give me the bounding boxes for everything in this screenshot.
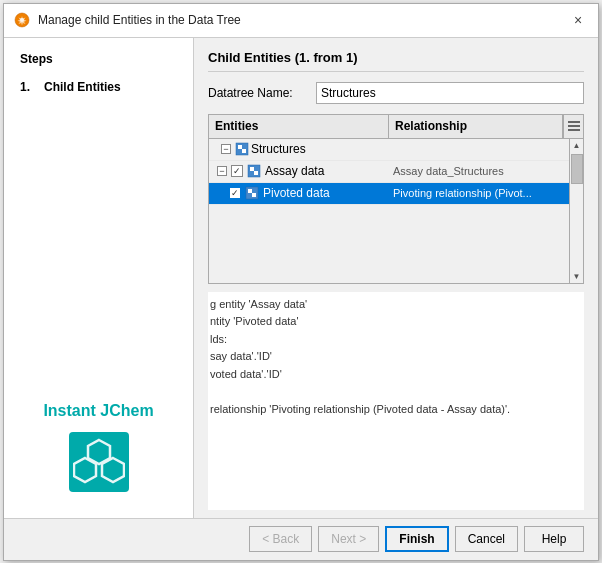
- cancel-button[interactable]: Cancel: [455, 526, 518, 552]
- svg-rect-6: [568, 125, 580, 127]
- checkbox-icon[interactable]: ✓: [231, 165, 243, 177]
- entity-name: Assay data: [265, 164, 324, 178]
- table-scrollbar[interactable]: ▲ ▼: [569, 139, 583, 283]
- sidebar-item-child-entities[interactable]: 1. Child Entities: [4, 74, 193, 100]
- datatree-input[interactable]: [316, 82, 584, 104]
- hexagon-logo-icon: [73, 436, 125, 488]
- rel-cell: Pivoting relationship (Pivot...: [389, 184, 583, 202]
- dialog-body: Steps 1. Child Entities Instant JChem: [4, 38, 598, 518]
- svg-marker-3: [74, 458, 96, 482]
- back-button[interactable]: < Back: [249, 526, 312, 552]
- svg-rect-9: [238, 145, 242, 149]
- structure-icon: [235, 142, 249, 156]
- sidebar: Steps 1. Child Entities Instant JChem: [4, 38, 194, 518]
- info-line: ntity 'Pivoted data': [210, 313, 582, 331]
- steps-title: Steps: [4, 48, 193, 74]
- checkbox-wrap: ✓: [231, 165, 243, 177]
- entity-cell: − ✓ Assay data: [209, 162, 389, 180]
- svg-rect-16: [252, 193, 256, 197]
- info-line: voted data'.'ID': [210, 366, 582, 384]
- info-line: g entity 'Assay data': [210, 296, 582, 314]
- table-row[interactable]: − ✓ Assay data Assay data_Structures: [209, 161, 583, 183]
- dialog-icon: [14, 12, 30, 28]
- section-title: Child Entities (1. from 1): [208, 50, 584, 72]
- rel-text: Pivoting relationship (Pivot...: [393, 187, 532, 199]
- next-button[interactable]: Next >: [318, 526, 379, 552]
- svg-rect-10: [242, 149, 246, 153]
- expand-icon[interactable]: −: [217, 166, 227, 176]
- svg-rect-13: [254, 171, 258, 175]
- info-line: say data'.'ID': [210, 348, 582, 366]
- entity-cell: − Structures: [209, 140, 389, 158]
- entity-icon: [245, 186, 259, 200]
- svg-rect-15: [248, 189, 252, 193]
- scroll-down-icon[interactable]: ▼: [571, 270, 583, 283]
- rel-cell: Assay data_Structures: [389, 162, 583, 180]
- brand-text: Instant JChem: [43, 402, 153, 420]
- info-box: g entity 'Assay data' ntity 'Pivoted dat…: [208, 292, 584, 510]
- table-body: − Structures −: [209, 139, 583, 283]
- svg-rect-12: [250, 167, 254, 171]
- footer: < Back Next > Finish Cancel Help: [4, 518, 598, 560]
- datatree-field-row: Datatree Name:: [208, 82, 584, 104]
- title-bar-left: Manage child Entities in the Data Tree: [14, 12, 241, 28]
- brand-logo: [69, 432, 129, 492]
- scroll-thumb[interactable]: [571, 154, 583, 184]
- checkbox-icon[interactable]: ✓: [229, 187, 241, 199]
- svg-point-1: [20, 18, 24, 22]
- main-content: Child Entities (1. from 1) Datatree Name…: [194, 38, 598, 518]
- sidebar-brand: Instant JChem: [4, 386, 193, 508]
- table-row[interactable]: − Structures: [209, 139, 583, 161]
- step-number: 1.: [20, 80, 38, 94]
- dialog: Manage child Entities in the Data Tree ×…: [3, 3, 599, 561]
- table-row[interactable]: ✓ Pivoted data Pivoting relationship (Pi…: [209, 183, 583, 205]
- dialog-title: Manage child Entities in the Data Tree: [38, 13, 241, 27]
- close-button[interactable]: ×: [568, 10, 588, 30]
- finish-button[interactable]: Finish: [385, 526, 448, 552]
- checkbox-wrap: ✓: [229, 187, 241, 199]
- rel-text: Assay data_Structures: [393, 165, 504, 177]
- svg-rect-5: [568, 121, 580, 123]
- info-line: lds:: [210, 331, 582, 349]
- table-header: Entities Relationship: [209, 115, 583, 139]
- datatree-label: Datatree Name:: [208, 86, 308, 100]
- svg-marker-4: [102, 458, 124, 482]
- help-button[interactable]: Help: [524, 526, 584, 552]
- entity-cell: ✓ Pivoted data: [209, 184, 389, 202]
- table-settings-icon[interactable]: [563, 115, 583, 138]
- entity-icon: [247, 164, 261, 178]
- scroll-up-icon[interactable]: ▲: [571, 139, 583, 152]
- info-bottom-line: relationship 'Pivoting relationship (Piv…: [210, 401, 582, 419]
- title-bar: Manage child Entities in the Data Tree ×: [4, 4, 598, 38]
- expand-icon[interactable]: −: [221, 144, 231, 154]
- entity-name: Structures: [251, 142, 306, 156]
- entities-table: Entities Relationship − S: [208, 114, 584, 284]
- step-label: Child Entities: [44, 80, 121, 94]
- col-entities: Entities: [209, 115, 389, 138]
- col-relationship: Relationship: [389, 115, 563, 138]
- rel-cell: [389, 147, 583, 151]
- entity-name: Pivoted data: [263, 186, 330, 200]
- svg-rect-7: [568, 129, 580, 131]
